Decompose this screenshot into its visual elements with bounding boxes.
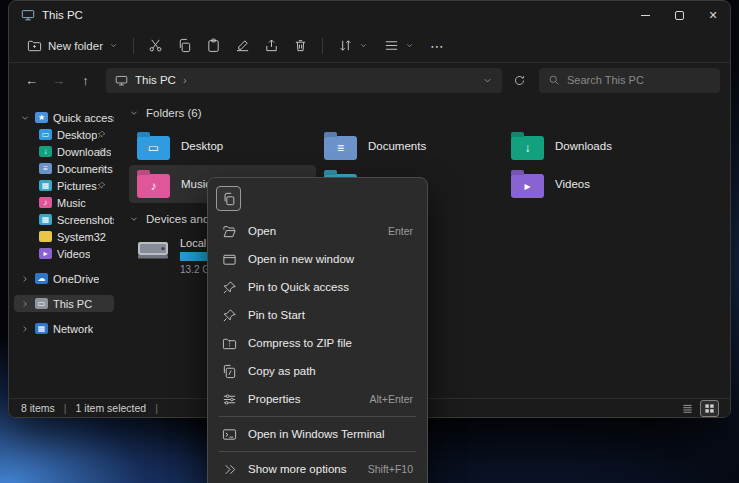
sidebar-item[interactable]: ▦ Network <box>14 320 114 337</box>
sidebar-item[interactable]: ↓ Downloads <box>14 143 114 160</box>
context-menu-item[interactable]: Open in new window <box>213 245 422 273</box>
menu-item-icon <box>222 392 237 407</box>
menu-item-shortcut: Enter <box>388 225 413 237</box>
folder-tile[interactable]: ▭ Desktop <box>129 127 316 165</box>
sidebar-chevron-icon[interactable] <box>20 274 30 284</box>
minimize-button[interactable] <box>628 1 662 29</box>
folders-section-header[interactable]: Folders (6) <box>129 107 720 119</box>
folder-tile[interactable]: ↓ Downloads <box>503 127 690 165</box>
this-pc-icon <box>21 8 35 22</box>
pin-icon <box>97 181 106 190</box>
rename-button[interactable] <box>228 33 257 59</box>
item-count: 8 items <box>21 402 55 414</box>
context-menu-item[interactable] <box>219 451 416 452</box>
view-button[interactable] <box>376 34 422 57</box>
context-menu-item[interactable]: Show more options Shift+F10 <box>213 455 422 483</box>
copy-icon <box>222 192 236 206</box>
paste-button[interactable] <box>199 33 228 59</box>
menu-item-icon <box>222 252 237 267</box>
menu-item-icon <box>222 427 237 442</box>
folder-tile[interactable]: ▸ Videos <box>503 165 690 203</box>
title-bar[interactable]: This PC ✕ <box>9 1 730 29</box>
sidebar-chevron-icon[interactable] <box>20 299 30 309</box>
sidebar-item[interactable]: ▦ Screenshots <box>14 211 114 228</box>
sidebar-item-label: Screenshots <box>57 214 114 226</box>
context-menu-item[interactable]: Open Enter <box>213 217 422 245</box>
menu-item-label: Pin to Quick access <box>248 281 349 293</box>
copy-icon-button[interactable] <box>216 186 241 211</box>
pin-icon <box>97 164 106 173</box>
up-button[interactable]: ↑ <box>73 68 98 93</box>
context-menu-item[interactable]: Copy as path <box>213 357 422 385</box>
sidebar-item-label: Network <box>53 323 93 335</box>
cut-icon <box>148 38 163 53</box>
context-menu-item[interactable]: Compress to ZIP file <box>213 329 422 357</box>
share-button[interactable] <box>257 33 286 59</box>
context-menu-item[interactable]: Pin to Quick access <box>213 273 422 301</box>
menu-item-icon <box>222 336 237 351</box>
large-icons-view-button[interactable] <box>701 401 718 416</box>
desktop: This PC ✕ New folder <box>0 0 739 483</box>
menu-item-label: Open in new window <box>248 253 354 265</box>
back-button[interactable]: ← <box>19 68 44 93</box>
folder-tile[interactable]: ≡ Documents <box>316 127 503 165</box>
section-collapse-chevron-icon[interactable] <box>129 108 139 118</box>
folder-icon: ↓ <box>511 136 544 160</box>
sort-button[interactable] <box>330 34 376 57</box>
context-menu-item[interactable]: Pin to Start <box>213 301 422 329</box>
selected-count: 1 item selected <box>76 402 147 414</box>
section-collapse-chevron-icon[interactable] <box>129 214 139 224</box>
details-view-button[interactable] <box>679 401 696 416</box>
menu-item-label: Properties <box>248 393 300 405</box>
close-button[interactable]: ✕ <box>696 1 730 29</box>
chevron-down-icon <box>359 41 368 50</box>
folder-name: Videos <box>555 178 590 190</box>
see-more-button[interactable]: ⋯ <box>422 38 453 54</box>
menu-item-icon <box>222 224 237 239</box>
sidebar-item[interactable]: ♪ Music <box>14 194 114 211</box>
pin-icon <box>97 147 106 156</box>
delete-button[interactable] <box>286 33 315 59</box>
pin-icon <box>97 130 106 139</box>
sidebar-chevron-icon[interactable] <box>20 324 30 334</box>
context-menu-item[interactable]: Open in Windows Terminal <box>213 420 422 448</box>
this-pc-icon <box>115 74 128 87</box>
menu-item-label: Show more options <box>248 463 346 475</box>
sidebar-item[interactable]: ▸ Videos <box>14 245 114 262</box>
sidebar-item[interactable]: ▭ Desktop <box>14 126 114 143</box>
breadcrumb-chevron-icon[interactable]: › <box>183 74 187 86</box>
sidebar-item[interactable]: ▭ This PC <box>14 295 114 312</box>
sidebar-item-icon: ▦ <box>39 180 52 191</box>
maximize-button[interactable] <box>662 1 696 29</box>
context-menu-item[interactable] <box>219 416 416 417</box>
sidebar-item-label: Quick access <box>53 112 114 124</box>
context-menu-icon-row <box>213 183 422 217</box>
folder-icon: ♪ <box>137 174 170 198</box>
folder-name: Documents <box>368 140 426 152</box>
refresh-button[interactable] <box>507 68 532 93</box>
sidebar-item[interactable]: System32 <box>14 228 114 245</box>
context-menu-item[interactable]: Properties Alt+Enter <box>213 385 422 413</box>
forward-button[interactable]: → <box>46 68 71 93</box>
address-field[interactable]: This PC › <box>106 68 502 93</box>
search-input[interactable] <box>567 74 711 86</box>
rename-icon <box>235 38 250 53</box>
sidebar-item[interactable]: ≡ Documents <box>14 160 114 177</box>
cut-button[interactable] <box>141 33 170 59</box>
new-folder-button[interactable]: New folder <box>19 34 126 57</box>
sidebar-item-label: Desktop <box>57 129 97 141</box>
sidebar-item[interactable]: ☁ OneDrive <box>14 270 114 287</box>
chevron-down-icon <box>109 41 118 50</box>
chevron-down-icon <box>405 41 414 50</box>
address-dropdown-chevron-icon[interactable] <box>482 75 493 86</box>
sidebar-item[interactable]: ▦ Pictures <box>14 177 114 194</box>
breadcrumb[interactable]: This PC <box>135 74 176 86</box>
menu-item-label: Compress to ZIP file <box>248 337 352 349</box>
sidebar-chevron-icon[interactable] <box>20 113 30 123</box>
close-icon: ✕ <box>708 9 717 22</box>
sidebar-item-icon: ▸ <box>39 248 52 259</box>
details-view-icon <box>682 403 693 414</box>
copy-button[interactable] <box>170 33 199 59</box>
sidebar-item[interactable]: ★ Quick access <box>14 109 114 126</box>
status-divider: | <box>155 402 158 414</box>
